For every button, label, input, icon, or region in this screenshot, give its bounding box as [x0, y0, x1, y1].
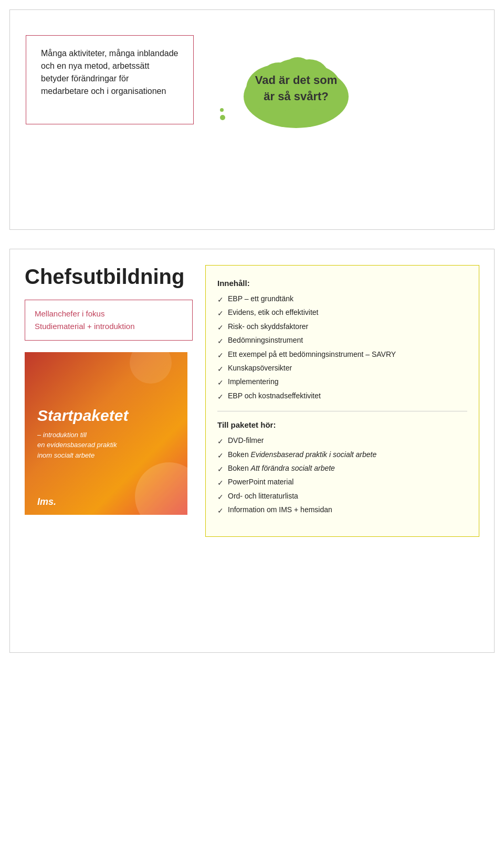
- list-item: ✓ Bedömningsinstrument: [217, 335, 467, 347]
- subtitle-line-2: Studiematerial + introduktion: [35, 320, 183, 333]
- check-icon: ✓: [217, 308, 224, 319]
- package-checklist: ✓ DVD-filmer ✓ Boken Evidensbaserad prak…: [217, 436, 467, 516]
- list-item: ✓ DVD-filmer: [217, 436, 467, 447]
- divider: [217, 411, 467, 411]
- list-item-text: Information om IMS + hemsidan: [228, 505, 332, 515]
- slide-1-cloud-area: Vad är det som är så svårt?: [236, 41, 356, 136]
- check-icon: ✓: [217, 322, 224, 333]
- slide-2-left: Chefsutbildning Mellanchefer i fokus Stu…: [25, 265, 193, 515]
- img-subtitle-2: en evidensbaserad praktik: [37, 440, 117, 450]
- content-checklist: ✓ EBP – ett grundtänk ✓ Evidens, etik oc…: [217, 294, 467, 403]
- img-title: Startpaketet: [37, 407, 128, 425]
- list-item-text: Bedömningsinstrument: [228, 335, 303, 346]
- img-subtitle-1: – introduktion till: [37, 430, 87, 440]
- subtitle-line-1: Mellanchefer i fokus: [35, 308, 183, 320]
- list-item: ✓ EBP – ett grundtänk: [217, 294, 467, 305]
- img-circle-1: [135, 462, 187, 515]
- list-item: ✓ Boken Evidensbaserad praktik i socialt…: [217, 450, 467, 461]
- cloud-dots: [220, 108, 225, 120]
- list-item: ✓ PowerPoint material: [217, 477, 467, 489]
- slide-2: Chefsutbildning Mellanchefer i fokus Stu…: [9, 249, 495, 653]
- list-item: ✓ Risk- och skyddsfaktorer: [217, 322, 467, 333]
- list-item: ✓ Ord- och litteraturlista: [217, 491, 467, 503]
- check-icon: ✓: [217, 377, 224, 388]
- list-item-text: EBP – ett grundtänk: [228, 294, 293, 304]
- check-icon: ✓: [217, 477, 224, 489]
- list-item: ✓ Kunskapsöversikter: [217, 363, 467, 375]
- check-icon: ✓: [217, 363, 224, 375]
- list-item-text: EBP och kostnadseffektivitet: [228, 391, 321, 401]
- check-icon: ✓: [217, 350, 224, 361]
- cloud-shape: Vad är det som är så svårt?: [236, 41, 356, 136]
- dot-1: [220, 108, 224, 112]
- check-icon: ✓: [217, 391, 224, 403]
- list-item-text: Evidens, etik och effektivitet: [228, 308, 319, 318]
- img-logo: Ims.: [37, 496, 56, 507]
- slide-2-subtitle-box: Mellanchefer i fokus Studiematerial + in…: [25, 300, 193, 341]
- img-circle-2: [130, 352, 172, 384]
- check-icon: ✓: [217, 505, 224, 516]
- slide-1-text-box: Många aktiviteter, många inblandade och …: [26, 35, 194, 124]
- list-item: ✓ Implementering: [217, 377, 467, 388]
- content-title: Innehåll:: [217, 277, 467, 290]
- img-logo-text: Ims.: [37, 496, 56, 507]
- list-item-text: Boken Att förändra socialt arbete: [228, 463, 335, 474]
- img-subtitle-3: inom socialt arbete: [37, 450, 94, 461]
- dot-2: [220, 115, 225, 120]
- slide-1: Många aktiviteter, många inblandade och …: [9, 9, 495, 230]
- slide-2-content-box: Innehåll: ✓ EBP – ett grundtänk ✓ Eviden…: [205, 265, 479, 537]
- check-icon: ✓: [217, 463, 224, 475]
- cloud-text: Vad är det som är så svårt?: [254, 72, 338, 105]
- list-item: ✓ Evidens, etik och effektivitet: [217, 308, 467, 319]
- check-icon: ✓: [217, 436, 224, 447]
- list-item-text: Risk- och skyddsfaktorer: [228, 322, 308, 332]
- slide-1-main-text: Många aktiviteter, många inblandade och …: [41, 47, 178, 98]
- slide-2-title: Chefsutbildning: [25, 265, 193, 288]
- check-icon: ✓: [217, 491, 224, 503]
- list-item-text: Implementering: [228, 377, 279, 387]
- list-item: ✓ Ett exempel på ett bedömnings­instrume…: [217, 350, 467, 361]
- list-item: ✓ EBP och kostnadseffektivitet: [217, 391, 467, 403]
- startpaketet-image: Startpaketet – introduktion till en evid…: [25, 352, 187, 515]
- list-item-text: Kunskapsöversikter: [228, 363, 292, 374]
- list-item-text: DVD-filmer: [228, 436, 264, 446]
- check-icon: ✓: [217, 450, 224, 461]
- check-icon: ✓: [217, 294, 224, 305]
- package-title: Till paketet hör:: [217, 419, 467, 431]
- list-item-text: Boken Evidensbaserad praktik i socialt a…: [228, 450, 376, 460]
- list-item: ✓ Information om IMS + hemsidan: [217, 505, 467, 516]
- list-item-text: Ett exempel på ett bedömnings­instrument…: [228, 350, 396, 360]
- list-item-text: PowerPoint material: [228, 477, 293, 488]
- check-icon: ✓: [217, 335, 224, 347]
- list-item-text: Ord- och litteraturlista: [228, 491, 298, 502]
- list-item: ✓ Boken Att förändra socialt arbete: [217, 463, 467, 475]
